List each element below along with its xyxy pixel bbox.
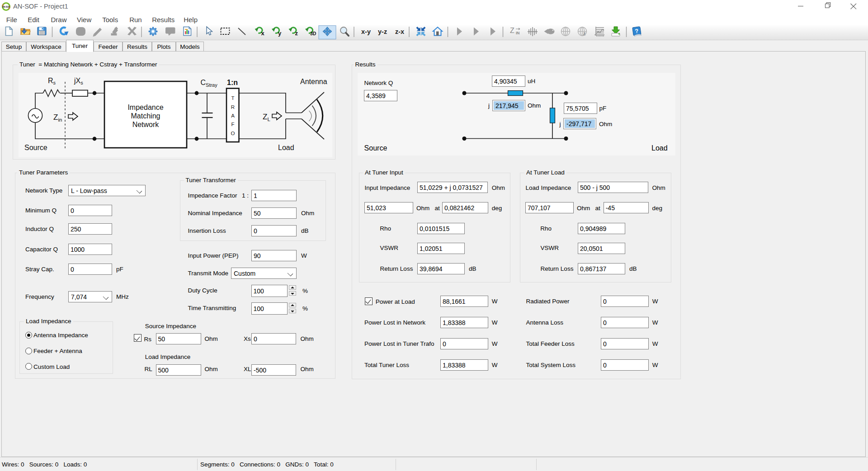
svg-text:Load: Load [278, 144, 294, 151]
svg-text:z: z [295, 30, 298, 37]
svg-text:y: y [278, 30, 282, 37]
svg-text:A: A [231, 113, 235, 118]
svg-text:Network: Network [132, 121, 160, 128]
svg-text:R: R [231, 104, 235, 110]
svg-text:Z: Z [510, 27, 514, 34]
svg-text:T: T [231, 95, 234, 101]
svg-text:Antenna: Antenna [300, 78, 327, 85]
svg-text:O: O [231, 131, 235, 136]
svg-text:F: F [231, 122, 234, 127]
svg-text:Impedance: Impedance [127, 104, 163, 111]
svg-text:x: x [261, 30, 265, 37]
svg-text:x-y: x-y [361, 28, 371, 35]
svg-text:Source: Source [24, 144, 47, 151]
svg-text:Matching: Matching [131, 112, 160, 120]
svg-text:y-z: y-z [378, 28, 387, 35]
svg-text:z: z [583, 31, 586, 36]
svg-text:3D: 3D [310, 31, 316, 36]
svg-text:AN-SOF: AN-SOF [2, 6, 10, 8]
svg-text:IN: IN [516, 31, 520, 35]
svg-text:1:n: 1:n [227, 79, 238, 86]
svg-text:z-x: z-x [395, 28, 404, 35]
